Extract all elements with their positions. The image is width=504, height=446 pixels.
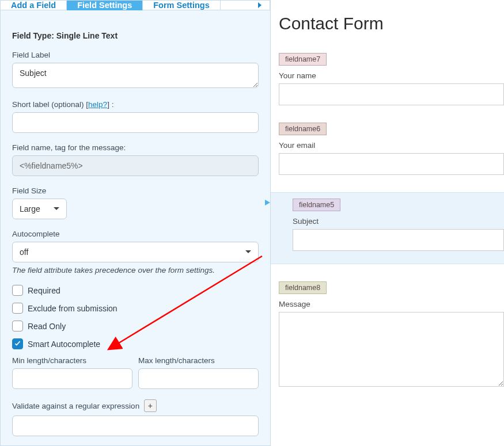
caret-right-icon bbox=[257, 2, 263, 8]
regex-label: Validate against a regular expression + bbox=[12, 399, 259, 412]
tabs: Add a Field Field Settings Form Settings bbox=[1, 1, 270, 10]
preview-field-label: Your name bbox=[279, 71, 504, 80]
required-label: Required bbox=[28, 286, 60, 295]
field-size-select[interactable]: Large bbox=[12, 199, 67, 219]
preview-field-input[interactable] bbox=[293, 229, 504, 251]
autocomplete-label: Autocomplete bbox=[12, 230, 259, 238]
required-checkbox[interactable] bbox=[12, 285, 23, 296]
readonly-checkbox[interactable] bbox=[12, 321, 23, 331]
preview-field-input[interactable] bbox=[279, 153, 504, 175]
max-length-label: Max length/characters bbox=[138, 356, 259, 365]
preview-field-fieldname7[interactable]: fieldname7Your name bbox=[279, 53, 504, 105]
preview-field-input[interactable] bbox=[279, 83, 504, 105]
min-length-input[interactable] bbox=[12, 368, 132, 389]
preview-field-input[interactable] bbox=[279, 312, 504, 387]
form-preview: Contact Form fieldname7Your namefieldnam… bbox=[271, 0, 504, 446]
selected-caret-icon bbox=[265, 200, 270, 205]
preview-field-label: Message bbox=[279, 300, 504, 308]
field-size-label: Field Size bbox=[12, 186, 259, 195]
check-icon bbox=[14, 340, 21, 348]
smart-autocomplete-checkbox[interactable] bbox=[12, 338, 23, 349]
field-type-heading: Field Type: Single Line Text bbox=[12, 31, 259, 40]
min-length-label: Min length/characters bbox=[12, 356, 132, 365]
preview-field-label: Your email bbox=[279, 141, 504, 150]
smart-autocomplete-label: Smart Autocomplete bbox=[28, 340, 100, 349]
field-tag: fieldname5 bbox=[293, 199, 340, 211]
field-tag: fieldname8 bbox=[279, 281, 327, 294]
tab-form-settings[interactable]: Form Settings bbox=[143, 1, 220, 10]
field-tag: fieldname7 bbox=[279, 53, 327, 66]
preview-field-fieldname6[interactable]: fieldname6Your email bbox=[279, 123, 504, 175]
preview-field-fieldname5[interactable]: fieldname5Subject bbox=[271, 192, 504, 264]
field-name-label: Field name, tag for the message: bbox=[12, 143, 259, 152]
tab-overflow[interactable] bbox=[221, 1, 270, 10]
tab-field-settings[interactable]: Field Settings bbox=[67, 1, 143, 10]
regex-input[interactable] bbox=[12, 415, 259, 436]
short-label-input[interactable] bbox=[12, 112, 259, 133]
help-link[interactable]: help? bbox=[88, 100, 107, 109]
preview-field-label: Subject bbox=[293, 217, 504, 226]
autocomplete-note: The field attribute takes precedence ove… bbox=[12, 266, 259, 275]
readonly-label: Read Only bbox=[28, 322, 66, 331]
preview-field-fieldname8[interactable]: fieldname8Message bbox=[279, 281, 504, 388]
field-tag: fieldname6 bbox=[279, 123, 327, 135]
field-label-label: Field Label bbox=[12, 51, 259, 59]
form-title: Contact Form bbox=[279, 14, 504, 33]
regex-add-button[interactable]: + bbox=[144, 399, 157, 412]
exclude-label: Exclude from submission bbox=[28, 304, 118, 313]
field-label-input[interactable]: Subject bbox=[12, 63, 259, 88]
short-label-label: Short label (optional) [help?] : bbox=[12, 100, 259, 109]
field-name-input bbox=[12, 155, 259, 176]
max-length-input[interactable] bbox=[138, 368, 259, 389]
autocomplete-select[interactable]: off bbox=[12, 242, 259, 262]
exclude-checkbox[interactable] bbox=[12, 303, 23, 314]
settings-panel: Add a Field Field Settings Form Settings… bbox=[0, 0, 271, 446]
tab-add-field[interactable]: Add a Field bbox=[1, 1, 67, 10]
